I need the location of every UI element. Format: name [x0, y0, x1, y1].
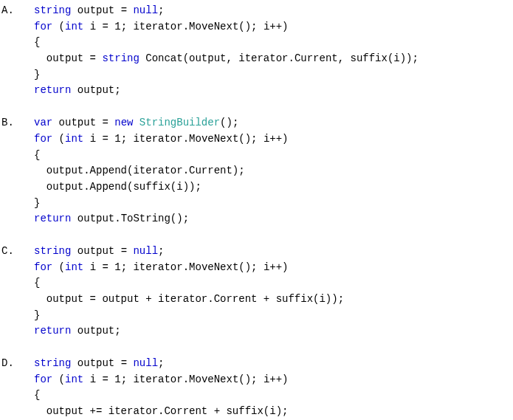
option-block: C. string output = null; for (int i = 1;…: [0, 244, 513, 340]
option-code: var output = new StringBuilder(); for (i…: [34, 115, 513, 227]
option-block: A. string output = null; for (int i = 1;…: [0, 3, 513, 99]
option-code: string output = null; for (int i = 1; it…: [34, 244, 513, 340]
option-code: string output = null; for (int i = 1; it…: [34, 356, 513, 420]
option-block: D. string output = null; for (int i = 1;…: [0, 356, 513, 420]
option-label: C.: [0, 244, 34, 260]
option-label: A.: [0, 3, 34, 19]
option-label: D.: [0, 356, 34, 372]
option-label: B.: [0, 115, 34, 131]
option-block: B. var output = new StringBuilder(); for…: [0, 115, 513, 227]
option-code: string output = null; for (int i = 1; it…: [34, 3, 513, 99]
